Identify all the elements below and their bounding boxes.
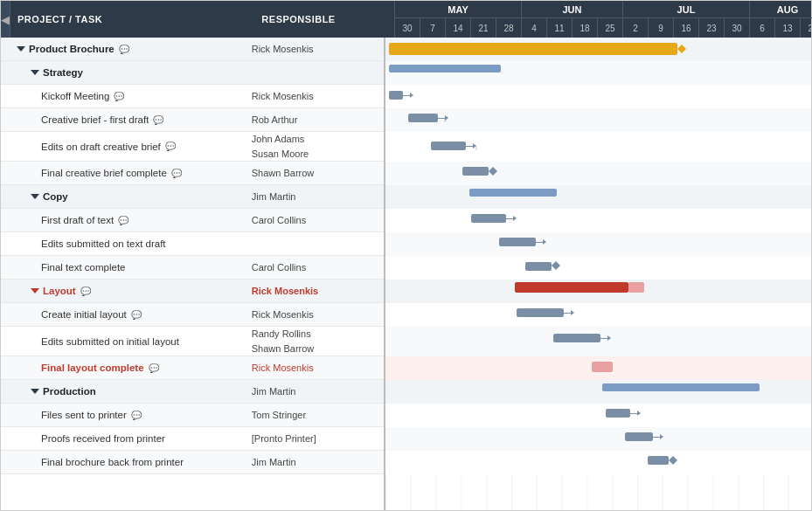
task-name-5: Final creative brief complete: [41, 168, 167, 178]
task-row-edits-draft: Edits on draft creative brief 💬 John Ada…: [1, 132, 384, 162]
task-name-11: Create initial layout: [41, 309, 127, 320]
svg-rect-39: [536, 242, 543, 243]
svg-rect-22: [389, 65, 501, 73]
header-project-label: PROJECT / TASK: [10, 14, 254, 24]
svg-rect-29: [431, 142, 466, 150]
responsible-9: Carol Collins: [245, 261, 384, 273]
comment-icon-5[interactable]: 💬: [171, 169, 182, 178]
day-23: 23: [699, 18, 725, 38]
responsible-3: Rob Arthur: [245, 114, 384, 126]
day-6: 6: [750, 18, 775, 38]
svg-rect-59: [648, 456, 669, 465]
task-name-15: Files sent to printer: [41, 410, 127, 420]
gantt-header: ◀ PROJECT / TASK RESPONSIBLE MAY JUN JUL…: [1, 1, 811, 38]
task-row-creative-brief: Creative brief - first draft 💬 Rob Arthu…: [1, 108, 384, 132]
svg-rect-4: [385, 85, 811, 108]
task-name-9: Final text complete: [41, 262, 126, 273]
task-row-files-printer: Files sent to printer 💬 Tom Stringer: [1, 404, 384, 427]
task-name-cell-5: Final creative brief complete 💬: [1, 168, 245, 178]
expand-strategy[interactable]: [31, 70, 39, 75]
task-name-cell-8: Edits submitted on text draft: [1, 238, 245, 249]
task-row-kickoff: Kickoff Meeting 💬 Rick Mosenkis: [1, 85, 384, 108]
svg-rect-46: [564, 313, 571, 314]
comment-icon-3[interactable]: 💬: [153, 115, 163, 125]
expand-copy[interactable]: [31, 194, 39, 199]
task-row-final-layout: Final layout complete 💬 Rick Mosenkis: [1, 356, 384, 380]
day-30b: 30: [725, 18, 750, 38]
svg-rect-26: [408, 114, 438, 122]
task-name-cell-9: Final text complete: [1, 262, 245, 273]
svg-rect-20: [389, 43, 677, 55]
svg-rect-36: [506, 218, 513, 219]
svg-rect-51: [592, 362, 613, 372]
task-name-cell-2: Kickoff Meeting 💬: [1, 91, 245, 101]
day-21: 21: [471, 18, 496, 38]
svg-rect-44: [628, 282, 644, 293]
task-name-cell-16: Proofs received from printer: [1, 433, 245, 444]
task-row-create-layout: Create initial layout 💬 Rick Mosenkis: [1, 303, 384, 327]
responsible-17: Jim Martin: [245, 456, 384, 468]
gantt-svg: [385, 38, 811, 510]
task-name-cell-6: Copy: [1, 191, 245, 202]
task-row-final-brochure: Final brochure back from printer Jim Mar…: [1, 451, 384, 474]
responsible-16: [Pronto Printer]: [245, 432, 384, 445]
month-aug: AUG: [750, 1, 812, 17]
gantt-chart: [385, 38, 811, 510]
header-responsible-label: RESPONSIBLE: [254, 14, 394, 24]
responsible-10: Rick Mosenkis: [245, 285, 384, 297]
expand-production[interactable]: [31, 389, 39, 394]
nav-left-arrow[interactable]: ◀: [1, 1, 10, 38]
svg-rect-13: [385, 303, 811, 327]
svg-rect-5: [385, 108, 811, 132]
task-row-copy: Copy Jim Martin: [1, 185, 384, 209]
comment-icon-4[interactable]: 💬: [165, 142, 176, 151]
comment-icon-15[interactable]: 💬: [131, 411, 142, 420]
expand-layout[interactable]: [31, 288, 39, 293]
task-row-first-draft-text: First draft of text 💬 Carol Collins: [1, 209, 384, 232]
month-may: MAY: [395, 1, 522, 17]
day-9: 9: [649, 18, 674, 38]
task-row-final-creative: Final creative brief complete 💬 Shawn Ba…: [1, 162, 384, 185]
task-name-cell-12: Edits submitted on initial layout: [1, 327, 245, 356]
day-row: 30 7 14 21 28 4 11 18 25 2 9 16 23 30 6 …: [395, 18, 812, 38]
svg-rect-52: [602, 383, 760, 391]
task-name-cell-3: Creative brief - first draft 💬: [1, 114, 245, 125]
comment-icon-0[interactable]: 💬: [119, 45, 129, 54]
task-name-2: Kickoff Meeting: [41, 91, 109, 101]
svg-rect-10: [385, 232, 811, 256]
comment-icon-13[interactable]: 💬: [149, 363, 159, 373]
svg-rect-38: [499, 238, 536, 246]
task-name-7: First draft of text: [41, 215, 114, 225]
task-name-8: Edits submitted on text draft: [41, 238, 166, 249]
responsible-13: Rick Mosenkis: [245, 362, 384, 374]
comment-icon-10[interactable]: 💬: [80, 287, 91, 296]
day-30: 30: [395, 18, 420, 38]
comment-icon-2[interactable]: 💬: [114, 92, 124, 101]
task-name-cell-14: Production: [1, 386, 245, 397]
task-panel: Product Brochure 💬 Rick Mosenkis Strateg…: [1, 38, 385, 510]
svg-rect-45: [517, 308, 564, 317]
task-name-cell-15: Files sent to printer 💬: [1, 410, 245, 420]
expand-product-brochure[interactable]: [17, 46, 25, 52]
task-row-proofs: Proofs received from printer [Pronto Pri…: [1, 427, 384, 451]
task-name-10: Layout: [43, 286, 76, 296]
day-11: 11: [547, 18, 573, 38]
task-row-production: Production Jim Martin: [1, 380, 384, 404]
responsible-4: John AdamsSusan Moore: [245, 132, 384, 161]
svg-rect-54: [630, 413, 637, 414]
day-28: 28: [496, 18, 522, 38]
task-name-17: Final brochure back from printer: [41, 457, 184, 467]
month-jul: JUL: [623, 1, 750, 17]
responsible-5: Shawn Barrow: [245, 167, 384, 179]
task-name-0: Product Brochure: [29, 44, 115, 54]
responsible-12: Randy RollinsShawn Barrow: [245, 327, 384, 356]
comment-icon-7[interactable]: 💬: [118, 216, 128, 225]
task-row-product-brochure: Product Brochure 💬 Rick Mosenkis: [1, 38, 384, 61]
responsible-6: Jim Martin: [245, 190, 384, 203]
svg-rect-27: [438, 118, 445, 119]
svg-rect-24: [403, 95, 410, 96]
svg-rect-8: [385, 185, 811, 209]
comment-icon-11[interactable]: 💬: [131, 310, 142, 320]
responsible-2: Rick Mosenkis: [245, 90, 384, 102]
day-14: 14: [446, 18, 471, 38]
